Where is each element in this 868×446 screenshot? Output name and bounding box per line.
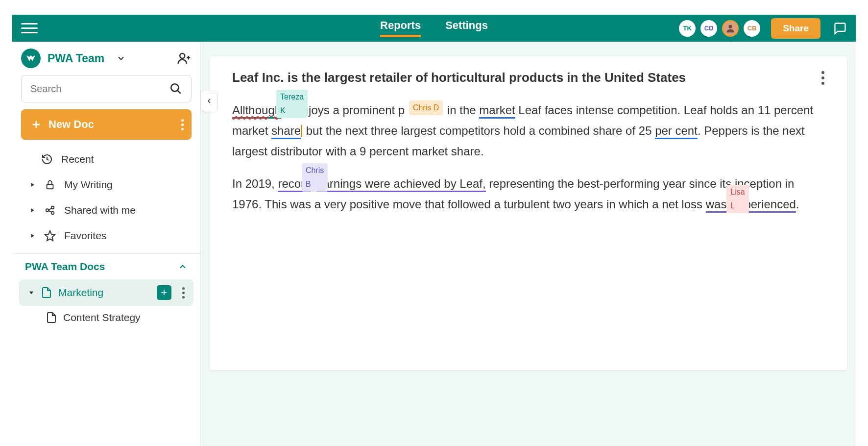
folder-menu-icon[interactable] — [182, 287, 185, 298]
avatar-tk[interactable]: TK — [679, 20, 696, 37]
chevron-up-icon — [178, 262, 188, 272]
folder-content-strategy[interactable]: Content Strategy — [19, 306, 193, 329]
document-menu-icon[interactable] — [821, 71, 824, 85]
section-label: PWA Team Docs — [25, 261, 105, 273]
history-icon — [41, 153, 53, 165]
team-selector[interactable]: PWA Team — [12, 42, 200, 75]
nav-shared[interactable]: Shared with me — [12, 198, 200, 223]
folder-label: Content Strategy — [63, 312, 185, 323]
document-icon — [46, 312, 57, 323]
cursor-label-tereza: Tereza K — [276, 90, 308, 118]
chevron-right-icon — [29, 207, 36, 214]
search-input[interactable] — [21, 75, 192, 102]
avatar-cd[interactable]: CD — [700, 20, 717, 37]
sidebar: PWA Team New Doc — [12, 42, 201, 446]
svg-point-5 — [51, 206, 54, 209]
cursor-label-chrisd: Chris D — [409, 100, 443, 115]
svg-point-2 — [171, 84, 178, 91]
search-field[interactable] — [30, 83, 169, 95]
new-doc-label: New Doc — [48, 118, 94, 131]
menu-icon[interactable] — [21, 20, 38, 37]
share-icon — [44, 205, 56, 216]
section-team-docs[interactable]: PWA Team Docs — [12, 253, 200, 279]
folder-label: Marketing — [58, 287, 151, 298]
chevron-down-icon — [116, 53, 126, 63]
document-title[interactable]: Leaf Inc. is the largest retailer of hor… — [232, 70, 812, 85]
word-share: share — [271, 124, 301, 139]
word-market: market — [479, 103, 515, 119]
folder-marketing[interactable]: Marketing + — [19, 279, 193, 306]
document-body[interactable]: Tereza K Allthough it enjoys a prominent… — [232, 100, 824, 215]
nav-label: Shared with me — [64, 204, 136, 216]
word-allthough: Allthough — [232, 103, 281, 119]
document-icon — [41, 287, 52, 298]
svg-point-4 — [46, 209, 49, 212]
team-logo-icon — [21, 49, 41, 68]
comment-icon[interactable] — [833, 22, 847, 35]
new-doc-button[interactable]: New Doc — [21, 109, 192, 140]
document: Leaf Inc. is the largest retailer of hor… — [210, 56, 847, 370]
cursor-label-chrisb: Chris B — [302, 163, 328, 192]
share-button[interactable]: Share — [771, 18, 820, 39]
top-bar: Reports Settings TK CD Lisa L CB Share — [12, 15, 856, 42]
chevron-right-icon — [29, 232, 36, 239]
nav-label: Favorites — [64, 230, 106, 242]
tab-settings[interactable]: Settings — [445, 19, 488, 37]
avatar-lisa[interactable]: Lisa L — [722, 20, 739, 37]
word-percent: per cent — [655, 124, 698, 139]
cursor-label-lisa: Lisa L — [726, 185, 748, 213]
svg-point-6 — [51, 212, 54, 215]
star-icon — [44, 230, 56, 242]
nav-recent[interactable]: Recent — [12, 147, 200, 172]
nav-my-writing[interactable]: My Writing — [12, 172, 200, 198]
svg-point-1 — [180, 53, 185, 58]
search-icon — [169, 82, 182, 95]
team-name: PWA Team — [48, 52, 104, 65]
collapse-sidebar-button[interactable] — [200, 91, 218, 111]
svg-point-0 — [729, 25, 732, 28]
new-doc-menu-icon[interactable] — [181, 119, 184, 130]
word-was: was — [706, 198, 727, 213]
add-person-icon[interactable] — [177, 51, 192, 66]
chevron-down-icon — [28, 289, 35, 296]
svg-rect-3 — [47, 184, 53, 189]
nav-label: Recent — [61, 153, 94, 165]
nav-label: My Writing — [64, 179, 113, 191]
add-folder-button[interactable]: + — [157, 285, 171, 300]
chevron-right-icon — [29, 181, 36, 188]
lock-icon — [44, 179, 56, 190]
document-area: Leaf Inc. is the largest retailer of hor… — [201, 42, 856, 446]
avatar-cb[interactable]: CB — [744, 20, 760, 37]
nav-favorites[interactable]: Favorites — [12, 223, 200, 248]
tab-reports[interactable]: Reports — [380, 19, 421, 37]
word-earnings: earnings were achieved by Leaf, — [316, 177, 486, 192]
